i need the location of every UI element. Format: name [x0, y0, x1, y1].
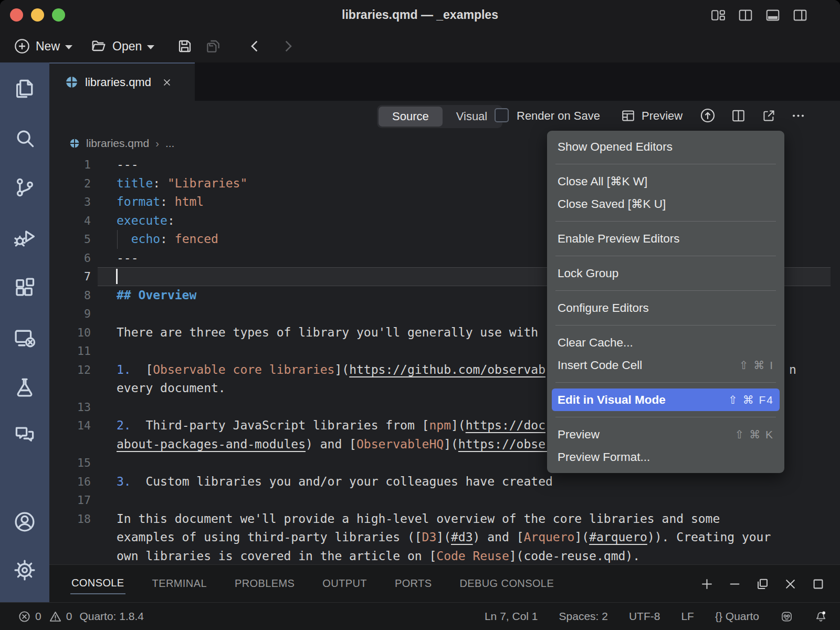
menu-item-clear-cache[interactable]: Clear Cache...: [547, 331, 784, 354]
token: examples of using third-party libraries …: [117, 530, 422, 544]
source-control-icon[interactable]: [13, 176, 36, 199]
panel-layout-icon[interactable]: [764, 7, 781, 23]
menu-item-insert-code-cell[interactable]: Insert Code Cell⇧ ⌘ I: [547, 354, 784, 376]
breadcrumb-more[interactable]: ...: [165, 137, 175, 150]
code-line-wrap[interactable]: examples of using third-party libraries …: [49, 528, 840, 547]
open-in-new-window-icon[interactable]: [761, 108, 776, 123]
panel-tab-output[interactable]: OUTPUT: [321, 573, 368, 594]
forward-button[interactable]: [279, 30, 296, 62]
account-icon[interactable]: [13, 510, 36, 533]
status-text: LF: [681, 610, 694, 623]
render-on-save-checkbox[interactable]: [495, 108, 509, 122]
menu-item-preview[interactable]: Preview⇧ ⌘ K: [547, 423, 784, 446]
minus-icon[interactable]: [728, 577, 742, 591]
menu-item-edit-in-visual-mode[interactable]: Edit in Visual Mode⇧ ⌘ F4: [552, 388, 780, 411]
status-warning[interactable]: 0: [49, 610, 72, 623]
sidebar-right-layout-icon[interactable]: [792, 7, 808, 23]
status-spaces-2[interactable]: Spaces: 2: [559, 610, 608, 623]
status-quarto-1-8-4[interactable]: Quarto: 1.8.4: [79, 610, 144, 623]
status-ln-7-col-1[interactable]: Ln 7, Col 1: [485, 610, 538, 623]
layout-customize-icon[interactable]: [710, 7, 727, 23]
token: ](: [334, 363, 349, 376]
token: https://observ: [458, 437, 560, 451]
token: ---: [117, 158, 139, 171]
folder-open-icon: [90, 38, 107, 55]
line-number: 4: [49, 212, 91, 230]
menu-item-lock-group[interactable]: Lock Group: [547, 262, 784, 285]
new-button[interactable]: New: [14, 30, 72, 62]
status-bell[interactable]: [814, 610, 827, 623]
menu-item-shortcut: ⇧ ⌘ F4: [728, 388, 774, 411]
editor-context-menu: Show Opened EditorsClose All [⌘K W]Close…: [547, 131, 784, 473]
panel-tab-terminal[interactable]: TERMINAL: [151, 573, 208, 594]
token: ObservableHQ: [356, 437, 444, 451]
tab-libraries-qmd[interactable]: libraries.qmd: [49, 62, 195, 101]
visual-mode-button[interactable]: Visual: [443, 107, 501, 127]
explorer-icon[interactable]: [13, 77, 36, 100]
restore-icon[interactable]: [755, 577, 770, 591]
extensions-icon[interactable]: [13, 276, 36, 299]
save-all-button[interactable]: [205, 30, 222, 62]
sessions-icon[interactable]: [13, 327, 36, 350]
chat-icon[interactable]: [13, 423, 36, 446]
code-line-wrap[interactable]: own libraries is covered in the article …: [49, 547, 840, 565]
search-icon[interactable]: [13, 127, 36, 150]
status-utf-8[interactable]: UTF-8: [629, 610, 660, 623]
breadcrumb-file[interactable]: libraries.qmd: [86, 137, 149, 150]
maximize-icon[interactable]: [811, 577, 825, 591]
menu-separator: [555, 290, 776, 291]
code-line-16[interactable]: 163. Custom libraries you and/or your co…: [49, 472, 840, 491]
line-number: 16: [49, 472, 91, 491]
testing-icon[interactable]: [13, 376, 36, 399]
menu-item-configure-editors[interactable]: Configure Editors: [547, 297, 784, 319]
close-icon[interactable]: [783, 577, 797, 591]
status-lf[interactable]: LF: [681, 610, 694, 623]
panel-tab-problems[interactable]: PROBLEMS: [234, 573, 296, 594]
panel-tab-ports[interactable]: PORTS: [394, 573, 433, 594]
line-number: 14: [49, 416, 91, 435]
status-text: 0: [35, 610, 41, 623]
token: ](code-reuse.qmd).: [509, 549, 640, 563]
status-feedback[interactable]: [780, 610, 793, 623]
close-tab-icon[interactable]: [161, 77, 173, 88]
save-button[interactable]: [176, 30, 193, 62]
save-icon: [176, 38, 193, 55]
source-mode-button[interactable]: Source: [379, 107, 443, 127]
panel-tab-debug-console[interactable]: DEBUG CONSOLE: [458, 573, 555, 594]
menu-item-close-all-k-w[interactable]: Close All [⌘K W]: [547, 170, 784, 193]
plus-circle-icon: [14, 38, 30, 55]
menu-item-show-opened-editors[interactable]: Show Opened Editors: [547, 135, 784, 158]
status-quarto[interactable]: {} Quarto: [715, 610, 759, 623]
token: npm: [429, 418, 451, 432]
titlebar: libraries.qmd — _examples: [0, 0, 840, 30]
text-cursor: [116, 269, 118, 284]
preview-button[interactable]: Preview: [642, 101, 682, 131]
menu-item-preview-format[interactable]: Preview Format...: [547, 446, 784, 468]
split-editor-layout-icon[interactable]: [737, 7, 754, 23]
settings-icon[interactable]: [13, 559, 36, 582]
panel-tab-console[interactable]: CONSOLE: [70, 573, 125, 594]
more-actions-icon[interactable]: [791, 108, 806, 123]
split-editor-icon[interactable]: [731, 108, 746, 123]
menu-item-enable-preview-editors[interactable]: Enable Preview Editors: [547, 227, 784, 250]
editor-toolbar: Source Visual Render on Save Preview: [49, 101, 840, 131]
back-button[interactable]: [247, 30, 264, 62]
menu-separator: [555, 325, 776, 326]
token: D3: [422, 530, 437, 544]
code-line-18[interactable]: 18In this document we'll provide a high-…: [49, 510, 840, 529]
code-line-17[interactable]: 17: [49, 491, 840, 510]
status-error[interactable]: 0: [18, 610, 41, 623]
token: [: [131, 363, 153, 376]
menu-item-close-saved-k-u[interactable]: Close Saved [⌘K U]: [547, 193, 784, 215]
run-debug-icon[interactable]: [13, 225, 36, 248]
menu-item-label: Lock Group: [558, 262, 618, 285]
status-text: 0: [66, 610, 72, 623]
menu-item-label: Configure Editors: [558, 297, 649, 319]
plus-icon[interactable]: [700, 577, 714, 591]
open-button[interactable]: Open: [90, 30, 154, 62]
token: execute: [117, 214, 167, 227]
save-all-icon: [205, 38, 222, 55]
render-icon[interactable]: [699, 107, 716, 124]
line-number: 17: [49, 491, 91, 510]
line-number: 18: [49, 510, 91, 529]
